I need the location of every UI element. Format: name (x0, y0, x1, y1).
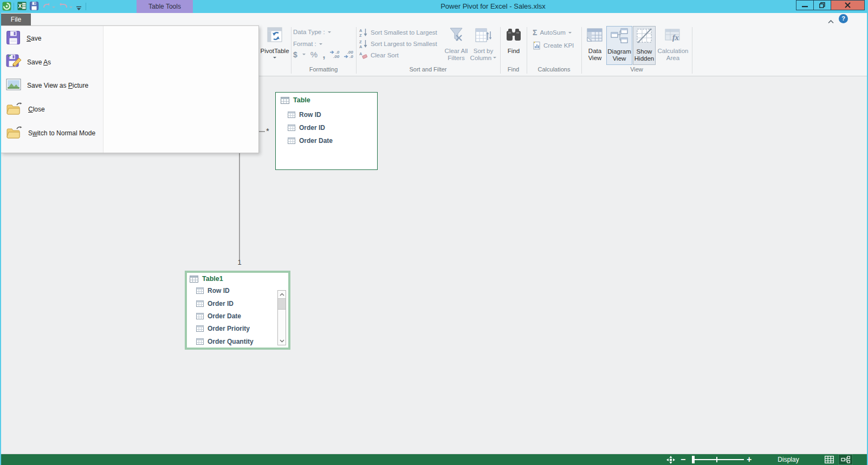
diagram-view-button[interactable]: Diagram View (606, 26, 632, 65)
window-border-left (0, 13, 1, 465)
show-hidden-icon (633, 27, 655, 48)
group-divider (692, 27, 692, 74)
field-row[interactable]: Order ID (288, 124, 325, 132)
percent-button[interactable]: % (310, 50, 318, 59)
zoom-slider-track[interactable] (692, 459, 744, 460)
sort-by-column-icon (469, 26, 497, 48)
save-icon[interactable] (30, 2, 38, 12)
clear-filters-icon (442, 26, 470, 48)
table-card-header[interactable]: Table1 (190, 275, 223, 283)
field-icon (196, 325, 204, 332)
table-card-table1[interactable]: Table1 Row ID Order ID Order Date Order … (185, 271, 290, 350)
folder-switch-icon (6, 125, 22, 141)
clear-sort-button[interactable]: A Clear Sort (359, 51, 399, 60)
data-view-button[interactable]: Data View (584, 26, 606, 65)
menu-item-save-view-as-picture[interactable]: Save View as Picture (1, 75, 102, 96)
field-row[interactable]: Order Date (196, 312, 241, 320)
pivottable-dropdown-icon (273, 57, 276, 60)
increase-decimal-button[interactable]: .0 .00 (330, 50, 339, 59)
autosum-dropdown-icon (568, 32, 572, 35)
show-hidden-button[interactable]: Show Hidden (633, 26, 656, 65)
undo-dropdown-icon[interactable] (52, 6, 55, 10)
data-view-icon (584, 26, 606, 48)
redo-dropdown-icon[interactable] (69, 6, 73, 10)
relationship-line-vertical[interactable] (239, 141, 240, 260)
table1-scrollbar[interactable] (277, 290, 286, 345)
find-button[interactable]: Find (502, 26, 525, 65)
menu-item-save[interactable]: Save (1, 28, 102, 49)
number-format-row: $ % , .0 .00 .00 .0 (293, 50, 353, 59)
table-card-table[interactable]: Table Row ID Order ID Order Date (275, 92, 378, 170)
svg-text:X: X (18, 3, 22, 9)
sigma-icon: Σ (533, 28, 537, 37)
switch-to-workbook-icon[interactable]: X (17, 2, 27, 12)
currency-dropdown-icon[interactable] (302, 54, 306, 57)
sort-by-column-button[interactable]: Sort by Column (469, 26, 497, 65)
sort-ascending-button[interactable]: A Z Sort Smallest to Largest (359, 28, 437, 37)
field-row[interactable]: Row ID (196, 287, 230, 294)
autosum-button[interactable]: Σ AutoSum (533, 28, 572, 37)
field-row[interactable]: Order ID (196, 300, 234, 307)
find-group-label: Find (500, 66, 527, 73)
customize-qat-icon[interactable] (76, 3, 82, 13)
scroll-down-icon[interactable] (278, 337, 286, 345)
svg-text:A: A (359, 51, 362, 56)
clear-all-filters-button[interactable]: Clear All Filters (442, 26, 470, 65)
help-icon[interactable]: ? (839, 14, 848, 23)
table-card-header[interactable]: Table (281, 96, 310, 104)
thousands-separator-button[interactable]: , (322, 52, 325, 57)
powerpivot-window: X Table Tools (0, 0, 868, 465)
kpi-icon (533, 41, 541, 50)
sort-filter-group-label: Sort and Filter (356, 66, 500, 73)
calculations-group-label: Calculations (527, 66, 581, 73)
app-icon[interactable] (2, 2, 11, 13)
data-type-dropdown-icon (328, 31, 331, 35)
menu-item-save-as[interactable]: Save As (1, 52, 102, 73)
svg-text:A: A (359, 44, 362, 49)
table-name: Table1 (202, 275, 223, 283)
zoom-slider-thumb[interactable] (692, 456, 695, 463)
zoom-in-button[interactable]: + (747, 455, 752, 464)
create-kpi-button[interactable]: Create KPI (533, 41, 574, 50)
menu-item-close[interactable]: Close (1, 99, 102, 120)
folder-close-icon (6, 101, 22, 117)
redo-icon[interactable] (60, 2, 68, 11)
view-group-label: View (581, 66, 692, 73)
file-tab[interactable]: File (1, 14, 31, 25)
field-icon (196, 313, 204, 319)
sort-descending-button[interactable]: Z A Sort Largest to Smallest (359, 40, 437, 48)
field-row[interactable]: Order Quantity (196, 338, 254, 345)
pivottable-button[interactable]: PivotTable (255, 26, 295, 65)
fit-to-screen-icon[interactable] (666, 456, 675, 465)
field-row[interactable]: Row ID (288, 111, 321, 119)
minimize-button[interactable] (796, 0, 814, 10)
table-tools-tab[interactable]: Table Tools (137, 0, 193, 13)
calculation-area-button[interactable]: fx Calculation Area (656, 26, 690, 65)
file-menu-panel: Save Save As Save View as Picture (1, 25, 259, 153)
scrollbar-thumb[interactable] (278, 298, 286, 310)
field-icon (288, 137, 295, 144)
diagram-view-status-icon[interactable] (838, 454, 853, 465)
format-control[interactable]: Format : (293, 41, 322, 47)
restore-button[interactable] (813, 0, 831, 10)
decrease-decimal-button[interactable]: .00 .0 (344, 50, 353, 59)
field-row[interactable]: Order Date (288, 137, 333, 145)
table-name: Table (293, 96, 310, 104)
scroll-up-icon[interactable] (278, 291, 286, 298)
close-button[interactable] (831, 0, 865, 10)
table-icon (281, 97, 289, 104)
titlebar: X Table Tools (0, 0, 868, 13)
formatting-group-label: Formatting (291, 66, 356, 73)
save-as-floppy-pencil-icon (6, 54, 21, 71)
pivottable-icon (255, 26, 295, 48)
field-row[interactable]: Order Priority (196, 325, 250, 332)
sort-by-column-dropdown-icon (493, 57, 496, 60)
picture-icon (6, 78, 21, 93)
menu-item-switch-to-normal-mode[interactable]: Switch to Normal Mode (1, 123, 102, 143)
zoom-out-button[interactable]: − (681, 455, 685, 464)
currency-button[interactable]: $ (293, 50, 297, 59)
undo-icon[interactable] (42, 2, 51, 11)
data-view-status-icon[interactable] (825, 456, 834, 465)
data-type-control[interactable]: Data Type : (293, 29, 331, 35)
collapse-ribbon-icon[interactable] (827, 16, 834, 26)
